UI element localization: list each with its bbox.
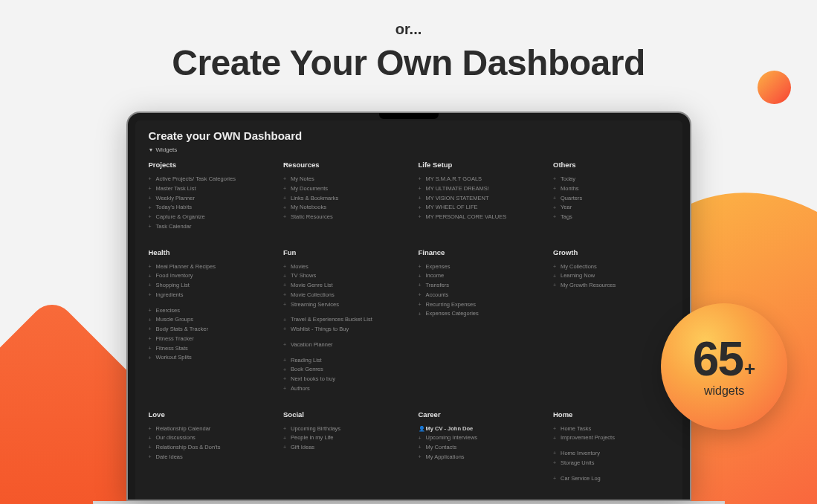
list-item[interactable]: +Fitness Stats [149, 344, 265, 354]
plus-icon: + [553, 272, 558, 281]
list-item[interactable]: +Fitness Tracker [149, 335, 265, 344]
list-item-label: Next books to buy [291, 375, 335, 384]
list-item[interactable]: +My Notes [283, 175, 399, 184]
list-item[interactable]: +My Growth Resources [553, 281, 669, 291]
list-item[interactable]: +Car Service Log [553, 474, 669, 484]
list-item[interactable]: +My Documents [283, 184, 399, 194]
list-item[interactable]: +Today's Habits [149, 203, 265, 213]
section: Finance+Expenses+Income+Transfers+Accoun… [419, 248, 535, 394]
list-item[interactable]: +Food Inventory [149, 271, 265, 281]
list-item[interactable]: +Relationship Dos & Don'ts [149, 443, 265, 453]
widgets-toggle[interactable]: ▼ Widgets [149, 146, 669, 153]
list-item[interactable]: +Movie Genre List [283, 281, 399, 291]
list-item[interactable]: +Capture & Organize [149, 213, 265, 222]
list-item[interactable]: +Accounts [419, 291, 535, 300]
list-item[interactable]: +Exercises [149, 306, 265, 316]
plus-icon: + [553, 175, 558, 184]
plus-icon: + [283, 184, 288, 193]
list-item[interactable]: +Income [419, 271, 535, 281]
list-item[interactable]: +Workout Splits [149, 353, 265, 363]
list-item[interactable]: +Muscle Groups [149, 315, 265, 325]
list-item[interactable]: +Our discussions [149, 433, 265, 443]
plus-icon: + [553, 459, 558, 468]
headline: Create Your Own Dashboard [0, 42, 817, 83]
list-item-label: Recurring Expenses [426, 300, 477, 310]
plus-icon: + [283, 384, 288, 393]
list-item[interactable]: +Home Inventory [553, 449, 669, 459]
list-item[interactable]: +Ingredients [149, 291, 265, 300]
list-item[interactable]: +Movie Collections [283, 291, 399, 300]
list-item[interactable]: +Months [553, 184, 669, 194]
list-item[interactable]: +Reading List [283, 356, 399, 366]
list-item[interactable]: +Travel & Experiences Bucket List [283, 315, 399, 325]
list-item-label: Upcoming Birthdays [291, 424, 340, 434]
list-item[interactable]: +Today [553, 175, 669, 184]
plus-icon: + [283, 340, 288, 349]
list-item[interactable]: +MY WHEEL OF LIFE [419, 203, 535, 213]
list-item-label: Our discussions [156, 433, 196, 443]
list-item[interactable]: +My Collections [553, 262, 669, 272]
list-item[interactable]: +Date Ideas [149, 453, 265, 462]
list-item[interactable]: +Shopping List [149, 281, 265, 291]
list-item[interactable]: +Authors [283, 384, 399, 394]
list-item-label: MY ULTIMATE DREAMS! [426, 184, 489, 194]
list-item[interactable]: +My Notebooks [283, 203, 399, 213]
list-item[interactable]: +My Applications [419, 453, 535, 462]
list-item-label: Authors [291, 384, 310, 394]
list-item[interactable]: 👤My CV - John Doe [419, 424, 535, 434]
list-item[interactable]: +Movies [283, 262, 399, 272]
list-item[interactable]: +My Contacts [419, 443, 535, 453]
list-item[interactable]: +Links & Bookmarks [283, 194, 399, 204]
list-item[interactable]: +Body Stats & Tracker [149, 325, 265, 335]
list-item[interactable]: +Storage Units [553, 459, 669, 468]
plus-icon: + [149, 272, 153, 281]
list-item[interactable]: +Static Resources [283, 213, 399, 222]
list-item[interactable]: +Weekly Planner [149, 194, 265, 204]
list-item[interactable]: +Tags [553, 213, 669, 222]
list-item[interactable]: +MY S.M.A.R.T GOALS [419, 175, 535, 184]
list-item[interactable]: +TV Shows [283, 271, 399, 281]
list-item[interactable]: +Streaming Services [283, 300, 399, 310]
list-item[interactable]: +Recurring Expenses [419, 300, 535, 310]
list-item[interactable]: +Expenses Categories [419, 309, 535, 319]
list-item[interactable]: +Upcoming Interviews [419, 433, 535, 443]
list-item[interactable]: +Relationship Calendar [149, 424, 265, 434]
list-item[interactable]: +Active Projects/ Task Categories [149, 175, 265, 184]
section-items: +Meal Planner & Recipes+Food Inventory+S… [149, 262, 265, 364]
list-item[interactable]: +Improvement Projects [553, 433, 669, 443]
list-item[interactable]: +Task Calendar [149, 222, 265, 232]
list-item[interactable]: +Home Tasks [553, 424, 669, 434]
plus-icon: + [283, 291, 288, 300]
list-item-label: Quarters [561, 194, 582, 204]
list-item[interactable]: +Year [553, 203, 669, 213]
plus-icon: + [553, 213, 558, 222]
list-item-label: Task Calendar [156, 222, 192, 232]
list-item[interactable]: +MY VISION STATEMENT [419, 194, 535, 204]
list-item-label: MY PERSONAL CORE VALUES [426, 213, 507, 222]
list-item[interactable]: +Upcoming Birthdays [283, 424, 399, 434]
list-item-label: Tags [561, 213, 572, 222]
list-item[interactable]: +MY PERSONAL CORE VALUES [419, 213, 535, 222]
plus-icon: + [149, 316, 153, 325]
list-item-label: MY WHEEL OF LIFE [426, 203, 478, 213]
plus-icon: + [149, 344, 153, 353]
list-item[interactable]: +Learning Now [553, 271, 669, 281]
list-item[interactable]: +Quarters [553, 194, 669, 204]
list-item[interactable]: +Meal Planner & Recipes [149, 262, 265, 272]
list-item[interactable]: +Gift Ideas [283, 443, 399, 453]
list-item-label: MY S.M.A.R.T GOALS [426, 175, 482, 184]
list-item[interactable]: +Book Genres [283, 365, 399, 375]
plus-icon: + [419, 434, 423, 443]
list-item[interactable]: +Transfers [419, 281, 535, 291]
list-item[interactable]: +Next books to buy [283, 375, 399, 384]
list-item[interactable]: +Master Task List [149, 184, 265, 194]
list-item[interactable]: +People in my Life [283, 433, 399, 443]
list-item[interactable]: +Wishlist - Things to Buy [283, 325, 399, 335]
list-item-label: Travel & Experiences Bucket List [291, 315, 372, 325]
list-item-label: Storage Units [561, 459, 594, 468]
list-item-label: My Documents [291, 184, 328, 194]
list-item[interactable]: +Vacation Planner [283, 340, 399, 350]
list-item[interactable]: +Expenses [419, 262, 535, 272]
list-item[interactable]: +MY ULTIMATE DREAMS! [419, 184, 535, 194]
list-item-label: Upcoming Interviews [426, 433, 478, 443]
